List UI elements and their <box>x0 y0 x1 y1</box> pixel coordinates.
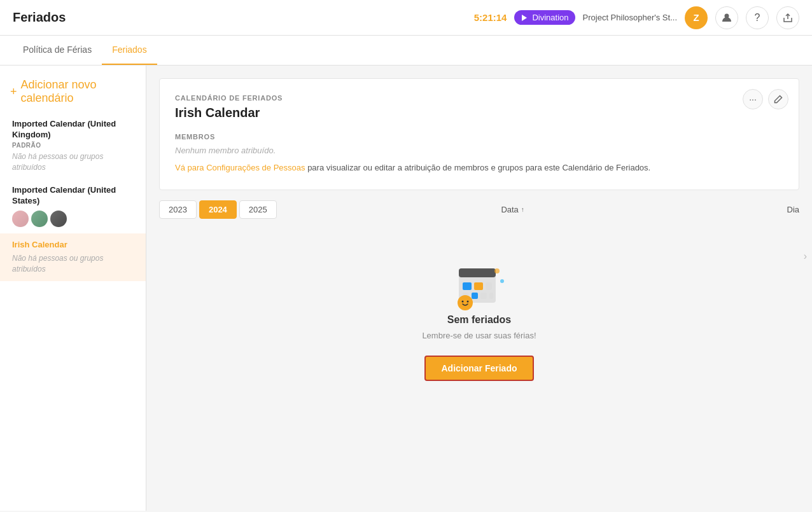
members-label: MEMBROS <box>175 133 783 141</box>
svg-rect-9 <box>480 293 487 299</box>
empty-subtitle: Lembre-se de usar suas férias! <box>422 331 536 340</box>
sidebar-item-us[interactable]: Imported Calendar (United States) <box>0 179 146 233</box>
empty-illustration <box>447 257 511 314</box>
user-avatar-button[interactable]: Z <box>685 6 708 29</box>
sidebar-item-uk[interactable]: Imported Calendar (United Kingdom) PADRÃ… <box>0 113 146 179</box>
share-button[interactable] <box>776 6 799 29</box>
svg-marker-0 <box>522 15 527 21</box>
main-content: ··· CALENDÁRIO DE FERIADOS Irish Calenda… <box>146 66 812 511</box>
sidebar-item-uk-sub: Não há pessoas ou grupos atribuídos <box>12 151 136 173</box>
svg-point-15 <box>500 279 504 283</box>
edit-button[interactable] <box>768 89 788 109</box>
share-icon <box>783 13 793 23</box>
col-dia-header: Dia <box>723 205 799 214</box>
year-filter-row: 2023 2024 2025 Data ↑ Dia <box>159 200 799 219</box>
svg-rect-3 <box>459 268 496 277</box>
add-calendar-label: Adicionar novo calendário <box>21 78 136 105</box>
play-icon <box>521 14 528 22</box>
playing-project-label: Divination <box>532 13 568 22</box>
page-title: Feriados <box>13 10 66 25</box>
card-actions: ··· <box>743 89 788 109</box>
header: Feriados 5:21:14 Divination Project Phil… <box>0 0 812 36</box>
svg-point-12 <box>462 300 464 302</box>
year-2023-button[interactable]: 2023 <box>159 200 197 219</box>
calendar-card: ··· CALENDÁRIO DE FERIADOS Irish Calenda… <box>159 78 799 190</box>
sidebar-item-irish[interactable]: Irish Calendar Não há pessoas ou grupos … <box>0 233 146 280</box>
sidebar-item-us-name: Imported Calendar (United States) <box>12 185 136 207</box>
tab-feriados[interactable]: Feriados <box>102 36 157 65</box>
empty-title: Sem feriados <box>447 314 511 326</box>
person-icon <box>722 13 732 23</box>
avatar-icon: Z <box>693 12 699 23</box>
people-settings-link[interactable]: Vá para Configurações de Pessoas <box>175 163 305 172</box>
no-member-text: Nenhum membro atribuído. <box>175 146 783 155</box>
header-right: 5:21:14 Divination Project Philosopher's… <box>474 6 799 29</box>
sidebar-item-irish-sub: Não há pessoas ou grupos atribuídos <box>12 253 136 275</box>
col-data-header: Data ↑ <box>501 205 723 214</box>
svg-rect-10 <box>489 293 493 299</box>
project-name: Project Philosopher's St... <box>583 13 677 22</box>
col-data-label: Data <box>501 205 518 214</box>
ellipsis-icon: ··· <box>749 94 757 104</box>
play-badge[interactable]: Divination <box>514 10 575 25</box>
sort-icon: ↑ <box>521 206 524 213</box>
svg-point-13 <box>467 300 469 302</box>
sidebar: + Adicionar novo calendário Imported Cal… <box>0 66 146 511</box>
more-options-button[interactable]: ··· <box>743 89 763 109</box>
main-layout: + Adicionar novo calendário Imported Cal… <box>0 66 812 511</box>
svg-rect-8 <box>472 293 478 299</box>
link-suffix: para visualizar ou editar a atribuição d… <box>305 163 651 172</box>
calendar-illustration-svg <box>447 257 511 314</box>
sidebar-item-uk-name: Imported Calendar (United Kingdom) <box>12 119 136 141</box>
sidebar-item-irish-name: Irish Calendar <box>12 240 136 251</box>
year-2024-button[interactable]: 2024 <box>199 200 237 219</box>
card-label: CALENDÁRIO DE FERIADOS <box>175 94 783 102</box>
add-calendar-button[interactable]: + Adicionar novo calendário <box>0 76 146 113</box>
avatar-3 <box>50 211 67 227</box>
avatar-1 <box>12 211 29 227</box>
svg-rect-4 <box>463 282 472 290</box>
header-time: 5:21:14 <box>474 12 507 23</box>
avatar-2 <box>31 211 48 227</box>
plus-icon: + <box>10 85 17 99</box>
add-feriado-button[interactable]: Adicionar Feriado <box>424 356 533 381</box>
svg-rect-6 <box>486 282 492 290</box>
pencil-icon <box>774 95 783 104</box>
tab-nav: Política de Férias Feriados <box>0 36 812 66</box>
empty-state: Sem feriados Lembre-se de usar suas féri… <box>159 219 799 419</box>
profile-button[interactable] <box>715 6 738 29</box>
sidebar-item-uk-badge: PADRÃO <box>12 142 136 149</box>
help-button[interactable]: ? <box>746 6 769 29</box>
help-icon: ? <box>755 12 760 24</box>
svg-point-14 <box>494 268 500 273</box>
svg-point-11 <box>458 295 473 310</box>
year-2025-button[interactable]: 2025 <box>239 200 277 219</box>
tab-politica-ferias[interactable]: Política de Férias <box>13 36 102 65</box>
card-title: Irish Calendar <box>175 106 783 120</box>
svg-rect-5 <box>474 282 483 290</box>
sidebar-item-us-avatars <box>12 211 136 227</box>
card-link-text: Vá para Configurações de Pessoas para vi… <box>175 162 783 174</box>
scroll-right-arrow[interactable]: › <box>804 251 807 262</box>
